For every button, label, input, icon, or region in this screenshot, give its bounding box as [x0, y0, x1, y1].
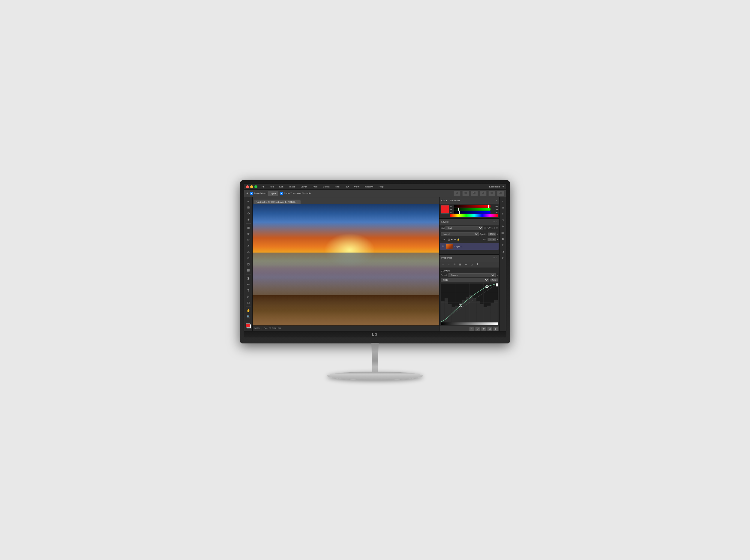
tool-path-select[interactable]: ▷ [245, 294, 252, 299]
r-slider-track[interactable] [454, 205, 491, 207]
foreground-color[interactable] [246, 323, 250, 327]
tool-gradient[interactable]: ▦ [245, 267, 252, 273]
strip-btn-10[interactable]: ✥ [500, 255, 506, 261]
blend-mode-select[interactable]: Normal [441, 232, 479, 236]
tool-pen[interactable]: ✒ [245, 282, 252, 287]
align-top-btn[interactable]: ⬛ [480, 191, 487, 196]
curves-add-btn[interactable]: + [469, 327, 474, 331]
props-channels-btn[interactable]: ▦ [458, 262, 462, 267]
layer-item[interactable]: 👁 Layer 1 [440, 243, 499, 250]
curves-reset-btn[interactable]: ⊡ [487, 327, 492, 331]
properties-panel-header[interactable]: Properties » ≡ [439, 255, 499, 261]
menu-layer[interactable]: Layer [300, 185, 308, 189]
strip-btn-7[interactable]: ⬟ [500, 236, 506, 242]
props-fx-btn[interactable]: fx [447, 262, 451, 267]
tool-brush[interactable]: ⌀ [245, 243, 252, 249]
layers-menu-icon[interactable]: ≡ [496, 220, 497, 223]
type-filter-icon[interactable]: T [489, 227, 491, 229]
workspace-icon[interactable]: ▾ [502, 185, 504, 188]
props-mask-btn[interactable]: ⊡ [452, 262, 457, 267]
tool-healing[interactable]: ⊗ [245, 237, 252, 242]
pixel-filter-icon[interactable]: ⬛ [483, 227, 486, 229]
filter-toggle[interactable]: ◎ [496, 227, 498, 229]
curves-redo-btn[interactable]: ↻ [481, 327, 486, 331]
fill-dropdown-icon[interactable]: ▾ [497, 238, 498, 241]
lock-position-icon[interactable]: ✥ [454, 238, 456, 241]
tool-history[interactable]: ↺ [245, 255, 252, 261]
tool-zoom[interactable]: 🔍 [245, 314, 252, 319]
align-right-btn[interactable]: ⬛ [471, 191, 478, 196]
layers-expand-icon[interactable]: » [493, 220, 495, 223]
tool-lasso[interactable]: ⟲ [245, 211, 252, 216]
menu-3d[interactable]: 3D [344, 185, 350, 189]
fg-bg-colors[interactable] [244, 322, 252, 329]
auto-select-checkbox[interactable] [250, 192, 253, 195]
canvas-wrapper[interactable] [253, 204, 439, 325]
props-info-btn[interactable]: ℹ [475, 262, 480, 267]
close-button[interactable] [246, 185, 249, 188]
smart-filter-icon[interactable]: ⊕ [493, 227, 495, 229]
workspace-label[interactable]: Essentials [489, 185, 500, 188]
r-slider-thumb[interactable] [488, 204, 489, 208]
tool-type[interactable]: T [245, 288, 252, 293]
maximize-button[interactable] [254, 185, 257, 188]
tool-crop[interactable]: ⊞ [245, 225, 252, 231]
tool-hand[interactable]: ✋ [245, 308, 252, 314]
strip-btn-9[interactable]: ◑ [500, 249, 506, 254]
menu-view[interactable]: View [353, 185, 360, 189]
props-trash-btn[interactable]: ◻ [469, 262, 474, 267]
menu-image[interactable]: Image [288, 185, 296, 189]
curves-undo-btn[interactable]: ↺ [475, 327, 480, 331]
tool-clone[interactable]: ⊙ [245, 249, 252, 255]
tool-marquee[interactable]: ⊡ [245, 204, 252, 210]
channel-select[interactable]: RGB Red Green Blue [441, 278, 489, 282]
color-tab[interactable]: Color [441, 199, 447, 202]
layers-panel-header[interactable]: Layers » ≡ [439, 219, 499, 225]
tool-eraser[interactable]: ◻ [245, 261, 252, 267]
tool-move[interactable]: ↖ [245, 199, 252, 204]
color-panel-header[interactable]: Color Swatches ≡ [439, 197, 499, 204]
curves-auto-button[interactable]: Auto [490, 278, 498, 282]
color-preview-swatch[interactable] [441, 205, 449, 214]
curves-delete-btn[interactable]: 🗑 [493, 327, 498, 331]
align-bottom-btn[interactable]: ⬛ [497, 191, 504, 196]
menu-file[interactable]: File [269, 185, 275, 189]
curves-graph[interactable] [441, 283, 498, 322]
show-transform-checkbox[interactable] [280, 192, 283, 195]
b-slider-thumb[interactable] [459, 211, 460, 214]
menu-window[interactable]: Window [363, 185, 374, 189]
minimize-button[interactable] [250, 185, 253, 188]
tool-eyedropper[interactable]: ⊕ [245, 231, 252, 236]
menu-help[interactable]: Help [377, 185, 384, 189]
menu-type[interactable]: Type [311, 185, 319, 189]
align-left-btn[interactable]: ⬛ [454, 191, 460, 196]
color-spectrum-bar[interactable] [450, 214, 498, 217]
document-tab[interactable]: Untitled-1 @ 500% (Layer 1, RGB/8) × [254, 200, 301, 204]
strip-btn-6[interactable]: ▦ [500, 230, 506, 236]
properties-expand-icon[interactable]: » [493, 257, 495, 259]
strip-btn-5[interactable]: ⊕ [500, 224, 506, 229]
layer-visibility-toggle[interactable]: 👁 [441, 244, 445, 248]
opacity-input[interactable] [488, 233, 496, 236]
strip-btn-1[interactable]: A [500, 199, 506, 204]
shape-filter-icon[interactable]: ◻ [491, 227, 493, 229]
align-middle-btn[interactable]: ⬛ [488, 191, 495, 196]
menu-edit[interactable]: Edit [278, 185, 285, 189]
menu-ps[interactable]: Ps [260, 185, 266, 189]
properties-menu-icon[interactable]: ≡ [496, 257, 497, 259]
panel-menu-icon[interactable]: ≡ [496, 199, 497, 202]
adjust-filter-icon[interactable]: ◑ [487, 227, 489, 229]
fill-input[interactable] [488, 238, 496, 241]
auto-select-dropdown[interactable]: Layer ▾ [268, 191, 279, 196]
props-curves-btn[interactable]: ≈ [441, 262, 446, 267]
strip-btn-2[interactable]: ⊞ [500, 205, 506, 210]
tool-dodge[interactable]: ◑ [245, 276, 252, 281]
strip-btn-4[interactable]: ◻ [500, 218, 506, 223]
lock-pixels-icon[interactable]: ✒ [451, 238, 453, 241]
layers-kind-select[interactable]: Kind [446, 226, 483, 230]
tab-close-icon[interactable]: × [297, 201, 298, 203]
strip-btn-3[interactable]: ≡ [500, 211, 506, 217]
strip-btn-8[interactable]: T [500, 243, 506, 248]
menu-filter[interactable]: Filter [334, 185, 341, 189]
opacity-dropdown-icon[interactable]: ▾ [497, 233, 498, 236]
